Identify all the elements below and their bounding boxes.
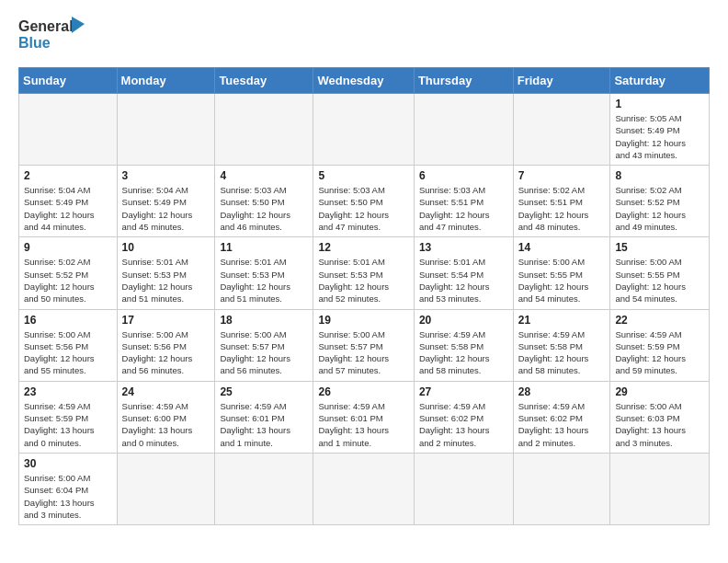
calendar-cell: 20Sunrise: 4:59 AM Sunset: 5:58 PM Dayli… bbox=[414, 309, 513, 381]
weekday-header-thursday: Thursday bbox=[414, 68, 513, 94]
page-header: GeneralBlue bbox=[18, 15, 710, 56]
day-number: 28 bbox=[518, 385, 606, 398]
calendar-cell: 3Sunrise: 5:04 AM Sunset: 5:49 PM Daylig… bbox=[117, 166, 215, 237]
calendar-cell: 13Sunrise: 5:01 AM Sunset: 5:54 PM Dayli… bbox=[414, 237, 513, 309]
calendar-cell: 19Sunrise: 5:00 AM Sunset: 5:57 PM Dayli… bbox=[313, 309, 414, 381]
weekday-header-sunday: Sunday bbox=[19, 68, 118, 94]
calendar-cell bbox=[215, 453, 313, 524]
calendar-cell: 9Sunrise: 5:02 AM Sunset: 5:52 PM Daylig… bbox=[19, 237, 118, 309]
day-info: Sunrise: 5:00 AM Sunset: 5:55 PM Dayligh… bbox=[615, 256, 704, 304]
day-info: Sunrise: 5:01 AM Sunset: 5:53 PM Dayligh… bbox=[318, 256, 408, 304]
svg-text:Blue: Blue bbox=[18, 35, 51, 51]
day-info: Sunrise: 5:00 AM Sunset: 6:03 PM Dayligh… bbox=[615, 400, 704, 449]
calendar-cell: 5Sunrise: 5:03 AM Sunset: 5:50 PM Daylig… bbox=[313, 166, 414, 237]
weekday-header-saturday: Saturday bbox=[610, 68, 710, 94]
day-number: 24 bbox=[122, 385, 210, 398]
day-number: 22 bbox=[615, 314, 704, 327]
day-info: Sunrise: 5:05 AM Sunset: 5:49 PM Dayligh… bbox=[615, 112, 704, 161]
calendar-header-row: SundayMondayTuesdayWednesdayThursdayFrid… bbox=[19, 68, 710, 94]
calendar-cell: 29Sunrise: 5:00 AM Sunset: 6:03 PM Dayli… bbox=[610, 381, 710, 453]
calendar-week-row: 16Sunrise: 5:00 AM Sunset: 5:56 PM Dayli… bbox=[19, 309, 710, 381]
day-number: 12 bbox=[318, 241, 408, 254]
calendar-cell: 23Sunrise: 4:59 AM Sunset: 5:59 PM Dayli… bbox=[19, 381, 118, 453]
calendar-cell bbox=[117, 94, 215, 166]
day-info: Sunrise: 5:04 AM Sunset: 5:49 PM Dayligh… bbox=[24, 184, 112, 233]
calendar-cell: 2Sunrise: 5:04 AM Sunset: 5:49 PM Daylig… bbox=[19, 166, 118, 237]
calendar-cell bbox=[610, 453, 710, 524]
day-number: 8 bbox=[615, 169, 704, 182]
calendar-cell: 25Sunrise: 4:59 AM Sunset: 6:01 PM Dayli… bbox=[215, 381, 313, 453]
day-info: Sunrise: 4:59 AM Sunset: 6:02 PM Dayligh… bbox=[518, 400, 606, 449]
weekday-header-tuesday: Tuesday bbox=[215, 68, 313, 94]
day-info: Sunrise: 4:59 AM Sunset: 6:01 PM Dayligh… bbox=[220, 400, 308, 449]
calendar-cell: 12Sunrise: 5:01 AM Sunset: 5:53 PM Dayli… bbox=[313, 237, 414, 309]
day-info: Sunrise: 4:59 AM Sunset: 6:01 PM Dayligh… bbox=[318, 400, 408, 449]
day-info: Sunrise: 5:01 AM Sunset: 5:53 PM Dayligh… bbox=[122, 256, 210, 304]
calendar-cell: 11Sunrise: 5:01 AM Sunset: 5:53 PM Dayli… bbox=[215, 237, 313, 309]
day-info: Sunrise: 5:03 AM Sunset: 5:50 PM Dayligh… bbox=[220, 184, 308, 233]
day-number: 21 bbox=[518, 314, 606, 327]
day-info: Sunrise: 5:02 AM Sunset: 5:51 PM Dayligh… bbox=[518, 184, 606, 233]
calendar-cell bbox=[414, 453, 513, 524]
calendar-week-row: 1Sunrise: 5:05 AM Sunset: 5:49 PM Daylig… bbox=[19, 94, 710, 166]
day-number: 29 bbox=[615, 385, 704, 398]
calendar-week-row: 2Sunrise: 5:04 AM Sunset: 5:49 PM Daylig… bbox=[19, 166, 710, 237]
day-number: 23 bbox=[24, 385, 112, 398]
calendar-cell bbox=[215, 94, 313, 166]
day-info: Sunrise: 5:03 AM Sunset: 5:51 PM Dayligh… bbox=[419, 184, 508, 233]
calendar-cell bbox=[513, 453, 610, 524]
calendar-cell: 27Sunrise: 4:59 AM Sunset: 6:02 PM Dayli… bbox=[414, 381, 513, 453]
day-info: Sunrise: 5:00 AM Sunset: 5:55 PM Dayligh… bbox=[518, 256, 606, 304]
day-number: 6 bbox=[419, 169, 508, 182]
day-info: Sunrise: 5:00 AM Sunset: 6:04 PM Dayligh… bbox=[24, 472, 112, 521]
day-info: Sunrise: 5:01 AM Sunset: 5:54 PM Dayligh… bbox=[419, 256, 508, 304]
logo: GeneralBlue bbox=[18, 15, 92, 56]
day-number: 10 bbox=[122, 241, 210, 254]
calendar-table: SundayMondayTuesdayWednesdayThursdayFrid… bbox=[18, 67, 710, 525]
calendar-cell: 4Sunrise: 5:03 AM Sunset: 5:50 PM Daylig… bbox=[215, 166, 313, 237]
calendar-cell: 14Sunrise: 5:00 AM Sunset: 5:55 PM Dayli… bbox=[513, 237, 610, 309]
day-number: 13 bbox=[419, 241, 508, 254]
calendar-cell: 24Sunrise: 4:59 AM Sunset: 6:00 PM Dayli… bbox=[117, 381, 215, 453]
day-number: 20 bbox=[419, 314, 508, 327]
svg-text:General: General bbox=[18, 18, 74, 34]
calendar-cell: 10Sunrise: 5:01 AM Sunset: 5:53 PM Dayli… bbox=[117, 237, 215, 309]
day-info: Sunrise: 4:59 AM Sunset: 6:00 PM Dayligh… bbox=[122, 400, 210, 449]
day-number: 17 bbox=[122, 314, 210, 327]
calendar-cell: 7Sunrise: 5:02 AM Sunset: 5:51 PM Daylig… bbox=[513, 166, 610, 237]
day-number: 3 bbox=[122, 169, 210, 182]
calendar-cell bbox=[513, 94, 610, 166]
calendar-cell: 22Sunrise: 4:59 AM Sunset: 5:59 PM Dayli… bbox=[610, 309, 710, 381]
day-number: 26 bbox=[318, 385, 408, 398]
calendar-week-row: 30Sunrise: 5:00 AM Sunset: 6:04 PM Dayli… bbox=[19, 453, 710, 524]
day-number: 19 bbox=[318, 314, 408, 327]
calendar-cell: 18Sunrise: 5:00 AM Sunset: 5:57 PM Dayli… bbox=[215, 309, 313, 381]
day-number: 9 bbox=[24, 241, 112, 254]
svg-marker-2 bbox=[72, 17, 85, 33]
day-number: 15 bbox=[615, 241, 704, 254]
calendar-cell: 28Sunrise: 4:59 AM Sunset: 6:02 PM Dayli… bbox=[513, 381, 610, 453]
day-number: 1 bbox=[615, 98, 704, 110]
day-info: Sunrise: 4:59 AM Sunset: 6:02 PM Dayligh… bbox=[419, 400, 508, 449]
calendar-cell: 15Sunrise: 5:00 AM Sunset: 5:55 PM Dayli… bbox=[610, 237, 710, 309]
day-number: 4 bbox=[220, 169, 308, 182]
day-info: Sunrise: 4:59 AM Sunset: 5:59 PM Dayligh… bbox=[615, 328, 704, 377]
calendar-cell: 26Sunrise: 4:59 AM Sunset: 6:01 PM Dayli… bbox=[313, 381, 414, 453]
day-number: 5 bbox=[318, 169, 408, 182]
day-number: 18 bbox=[220, 314, 308, 327]
calendar-week-row: 9Sunrise: 5:02 AM Sunset: 5:52 PM Daylig… bbox=[19, 237, 710, 309]
day-number: 14 bbox=[518, 241, 606, 254]
calendar-cell: 30Sunrise: 5:00 AM Sunset: 6:04 PM Dayli… bbox=[19, 453, 118, 524]
day-info: Sunrise: 5:02 AM Sunset: 5:52 PM Dayligh… bbox=[24, 256, 112, 304]
weekday-header-friday: Friday bbox=[513, 68, 610, 94]
weekday-header-monday: Monday bbox=[117, 68, 215, 94]
calendar-cell: 16Sunrise: 5:00 AM Sunset: 5:56 PM Dayli… bbox=[19, 309, 118, 381]
day-info: Sunrise: 5:04 AM Sunset: 5:49 PM Dayligh… bbox=[122, 184, 210, 233]
day-number: 2 bbox=[24, 169, 112, 182]
weekday-header-wednesday: Wednesday bbox=[313, 68, 414, 94]
day-number: 30 bbox=[24, 457, 112, 470]
day-number: 16 bbox=[24, 314, 112, 327]
calendar-cell bbox=[313, 453, 414, 524]
day-info: Sunrise: 5:00 AM Sunset: 5:57 PM Dayligh… bbox=[220, 328, 308, 377]
day-number: 27 bbox=[419, 385, 508, 398]
